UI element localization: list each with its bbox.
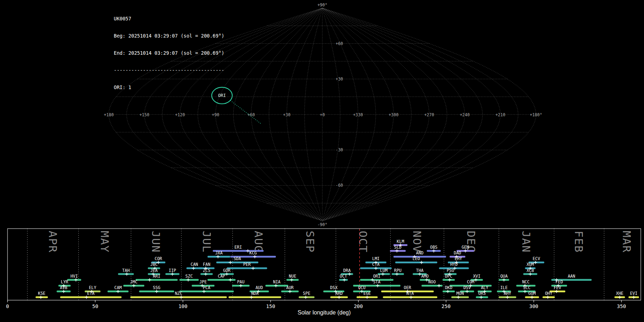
- shower-label: XVI: [473, 274, 480, 279]
- map-longitude-label: +150: [140, 112, 150, 117]
- shower-label: OER: [404, 285, 411, 290]
- shower-label: IIP: [169, 268, 176, 273]
- map-pole-label-south: -90°: [317, 222, 327, 227]
- radiant-drift-line: [230, 101, 262, 124]
- shower-label: NTA: [406, 291, 414, 296]
- map-longitude-label: +180°: [530, 112, 542, 117]
- map-meridian: [322, 8, 518, 221]
- shower-label: SPE: [303, 291, 311, 296]
- shower-label: KSE: [38, 291, 45, 296]
- x-axis-tick-label: 150: [266, 303, 275, 309]
- shower-label: MON: [457, 291, 464, 296]
- shower-label: ILE: [500, 285, 508, 290]
- shower-label: ALY: [481, 285, 488, 290]
- shower-label: EGE: [364, 291, 371, 296]
- map-longitude-label: +60: [248, 112, 255, 117]
- x-axis-tick-label: 50: [92, 303, 98, 309]
- x-axis-tick-label: 250: [441, 303, 450, 309]
- month-label: JUL: [200, 231, 213, 253]
- shower-label: NIA: [273, 279, 280, 284]
- shower-label: JMC: [130, 279, 138, 284]
- shower-label: CAP: [218, 274, 225, 279]
- map-longitude-label: +120: [175, 112, 185, 117]
- shower-label: LYR: [61, 279, 68, 284]
- shower-label: DKD: [445, 285, 453, 290]
- month-label: JAN: [520, 231, 533, 253]
- month-label: MAR: [620, 231, 633, 253]
- x-axis-tick-label: 300: [529, 303, 538, 309]
- shower-label: SZC: [185, 274, 193, 279]
- radiant-sky-map: +90°-90°+60+30-30-60+180+150+120+90+60+3…: [104, 3, 542, 227]
- month-label: MAY: [98, 231, 111, 253]
- shower-label: JBC: [150, 262, 158, 267]
- map-latitude-label: +30: [336, 77, 343, 82]
- shower-bar: [60, 296, 122, 298]
- shower-label: XCB: [527, 268, 534, 273]
- shower-label: ELY: [89, 285, 96, 290]
- map-meridian: [322, 8, 501, 221]
- shower-label: SLD: [394, 245, 402, 250]
- shower-label: SSG: [153, 285, 160, 290]
- month-label: OCT: [357, 231, 370, 253]
- map-latitude-label: +60: [336, 41, 343, 46]
- x-axis-tick-label: 100: [179, 303, 187, 309]
- map-latitude-label: -60: [336, 183, 343, 188]
- shower-bar: [136, 279, 178, 281]
- shower-label: TAH: [122, 268, 130, 273]
- shower-label: PCA: [203, 285, 210, 290]
- shower-label: CAN: [191, 262, 198, 267]
- shower-label: LEO: [413, 256, 420, 261]
- shower-bar: [451, 296, 469, 298]
- shower-label: PSU: [447, 268, 454, 273]
- shower-label: XUM: [527, 262, 534, 267]
- shower-label: AMO: [421, 274, 429, 279]
- shower-label: SCC: [523, 285, 531, 290]
- shower-bar: [227, 267, 267, 269]
- shower-label: NOO: [428, 279, 436, 284]
- shower-label: DRA: [343, 268, 351, 273]
- map-longitude-label: +240: [460, 112, 470, 117]
- shower-label: GUM: [528, 291, 536, 296]
- month-label: SEP: [304, 231, 317, 253]
- shower-label: DSV: [463, 285, 471, 290]
- shower-label: JPE: [199, 279, 207, 284]
- shower-label: COM: [467, 279, 474, 284]
- shower-label: JEA: [150, 268, 158, 273]
- shower-label: ORI: [373, 274, 381, 279]
- shower-label: PAU: [237, 279, 245, 284]
- map-latitude-label: -30: [336, 147, 343, 152]
- shower-label: SDA: [234, 256, 241, 261]
- month-label: NOV: [411, 231, 424, 253]
- shower-label: AND: [416, 250, 424, 255]
- shower-label: OBS: [430, 245, 438, 250]
- shower-label: PER: [243, 262, 251, 267]
- shower-label: DAD: [454, 250, 461, 255]
- shower-bar: [179, 291, 234, 292]
- shower-label: KCG: [249, 250, 257, 255]
- shower-label: OHY: [545, 291, 552, 296]
- shower-label: NDA: [251, 291, 259, 296]
- shower-bar: [395, 262, 438, 263]
- shower-label: AHY: [504, 291, 511, 296]
- map-longitude-label: +30: [283, 112, 291, 117]
- shower-label: ARI: [153, 274, 160, 279]
- shower-label: HYD: [450, 262, 458, 267]
- x-axis-tick-label: 0: [6, 303, 9, 309]
- shower-label: EHY: [455, 256, 462, 261]
- plot-canvas: +90°-90°+60+30-30-60+180+150+120+90+60+3…: [0, 0, 644, 322]
- shower-label: GDR: [223, 268, 230, 273]
- shower-label: NUE: [289, 274, 296, 279]
- shower-bar: [229, 296, 281, 298]
- shower-label: EVI: [630, 291, 638, 296]
- shower-bar: [67, 279, 81, 281]
- shower-label: NCC: [522, 279, 530, 284]
- month-label: FEB: [572, 231, 585, 253]
- map-longitude-label: +90: [212, 112, 219, 117]
- meteor-activity-screen: UK0057 Beg: 20251014 03:29:07 (sol = 200…: [0, 0, 644, 322]
- month-label: AUG: [252, 231, 265, 253]
- shower-label: XHE: [616, 291, 624, 296]
- map-longitude-label: +330: [353, 112, 363, 117]
- radiant-label: ORI: [218, 93, 226, 98]
- map-longitude-label: +210: [496, 112, 506, 117]
- shower-label: QUA: [500, 274, 508, 279]
